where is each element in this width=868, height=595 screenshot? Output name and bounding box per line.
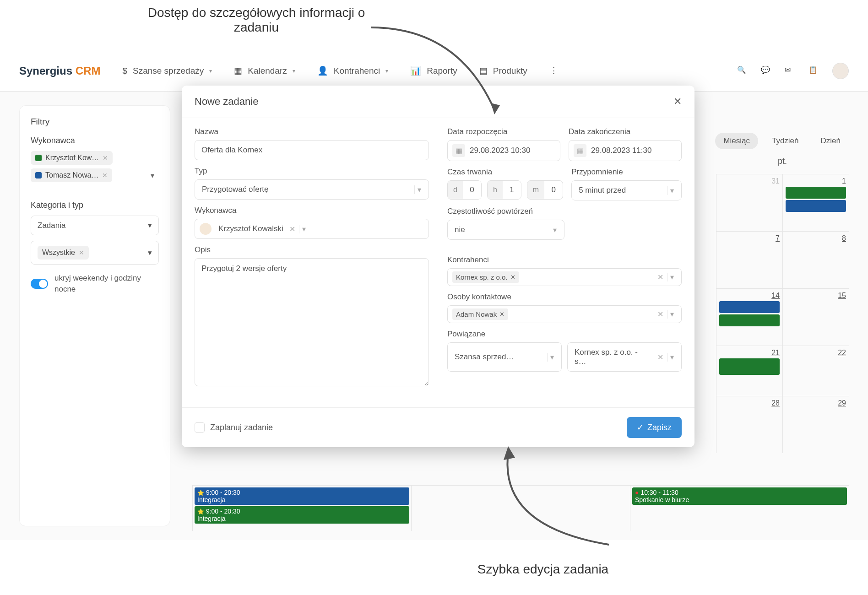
wykonawca-select[interactable]: Krzysztof Kowalski✕▾ — [195, 219, 429, 239]
grid-icon: ▤ — [479, 65, 488, 76]
event-card[interactable]: ● 10:30 - 11:30Spotkanie w biurze — [632, 487, 847, 505]
clipboard-icon[interactable]: 📋 — [808, 65, 819, 76]
przypomnienie-label: Przypomnienie — [571, 168, 682, 177]
powiazane-value-select[interactable]: Kornex sp. z o.o. - s…✕▾ — [567, 342, 682, 372]
typ-select[interactable]: Przygotować ofertę▾ — [195, 179, 429, 200]
event-bar[interactable] — [719, 358, 780, 375]
brand-logo: Synergius CRM — [19, 65, 100, 77]
remove-icon[interactable]: ✕ — [102, 172, 108, 179]
opis-textarea[interactable]: Przygotuj 2 wersje oferty — [195, 258, 429, 386]
cal-cell[interactable]: 28 — [716, 396, 782, 453]
clear-icon[interactable]: ✕ — [654, 273, 667, 281]
color-square-green — [35, 155, 42, 161]
cal-cell[interactable]: 14 — [716, 288, 782, 346]
typ-select[interactable]: Wszystkie✕▾ — [31, 241, 159, 265]
chevron-down-icon: ▾ — [667, 353, 677, 362]
event-bar[interactable] — [786, 200, 846, 212]
color-square-blue — [35, 172, 42, 178]
hide-weekends-toggle[interactable] — [31, 279, 48, 289]
more-icon: ⋮ — [549, 65, 558, 76]
kontrahenci-select[interactable]: Kornex sp. z o.o.✕✕▾ — [447, 268, 682, 286]
red-dot-icon: ● — [635, 489, 639, 496]
expand-wykonawca[interactable]: ▾ — [146, 169, 159, 182]
view-month[interactable]: Miesiąc — [715, 133, 758, 149]
czas-label: Czas trwania — [447, 168, 563, 177]
cal-wide-cell[interactable] — [411, 485, 630, 531]
chevron-down-icon: ▾ — [547, 353, 557, 362]
wykonawca-label: Wykonawca — [195, 206, 429, 215]
filters-sidebar: Filtry Wykonawca Krzysztof Kow…✕ Tomasz … — [19, 105, 170, 526]
event-card[interactable]: ⭐ 9:00 - 20:30Integracja — [195, 506, 409, 524]
event-bar[interactable] — [786, 187, 846, 199]
calendar-icon: ▦ — [234, 65, 242, 76]
duration-hours[interactable]: h1 — [487, 180, 521, 200]
zaplanuj-checkbox[interactable] — [195, 422, 205, 433]
chevron-down-icon: ▾ — [667, 273, 677, 281]
cal-cell[interactable]: 7 — [716, 231, 782, 288]
event-card[interactable]: ⭐ 9:00 - 20:30Integracja — [195, 487, 409, 505]
chevron-down-icon: ▾ — [209, 68, 212, 74]
data-start-input[interactable]: ▦29.08.2023 10:30 — [447, 140, 560, 161]
osoby-select[interactable]: Adam Nowak✕✕▾ — [447, 305, 682, 323]
cal-cell[interactable]: 22 — [782, 346, 849, 396]
cal-cell[interactable]: 1 — [782, 174, 849, 231]
clear-icon[interactable]: ✕ — [654, 310, 667, 319]
opis-label: Opis — [195, 245, 429, 254]
cal-cell[interactable]: 29 — [782, 396, 849, 453]
nazwa-input[interactable] — [195, 140, 429, 160]
nav-szanse[interactable]: $Szanse sprzedaży▾ — [122, 65, 212, 76]
remove-icon[interactable]: ✕ — [499, 311, 505, 318]
czestotliwosc-select[interactable]: nie▾ — [447, 220, 564, 240]
duration-days[interactable]: d0 — [447, 180, 482, 200]
chat-icon[interactable]: 💬 — [761, 65, 772, 76]
calendar-icon: ▦ — [574, 144, 586, 157]
view-week[interactable]: Tydzień — [764, 133, 807, 149]
nav-raporty[interactable]: 📊Raporty — [410, 65, 457, 76]
kategoria-select[interactable]: Zadania▾ — [31, 216, 159, 235]
cal-cell[interactable]: 15 — [782, 288, 849, 346]
cal-cell[interactable]: 31 — [716, 174, 782, 231]
data-end-input[interactable]: ▦29.08.2023 11:30 — [569, 140, 682, 161]
remove-icon[interactable]: ✕ — [510, 274, 515, 281]
cal-cell[interactable]: 8 — [782, 231, 849, 288]
chevron-down-icon: ▾ — [550, 226, 559, 234]
modal-title: Nowe zadanie — [195, 96, 258, 108]
osoby-label: Osoby kontaktowe — [447, 292, 682, 302]
dollar-icon: $ — [122, 66, 127, 76]
chevron-down-icon: ▾ — [148, 248, 152, 258]
nav-kontrahenci[interactable]: 👤Kontrahenci▾ — [317, 65, 388, 76]
view-day[interactable]: Dzień — [813, 133, 849, 149]
cal-wide-cell[interactable]: ⭐ 9:00 - 20:30Integracja ⭐ 9:00 - 20:30I… — [192, 485, 411, 531]
remove-icon[interactable]: ✕ — [79, 249, 84, 256]
event-bar[interactable] — [719, 301, 780, 313]
close-icon[interactable]: ✕ — [673, 96, 682, 108]
przypomnienie-select[interactable]: 5 minut przed▾ — [571, 180, 682, 200]
user-avatar[interactable] — [832, 63, 849, 79]
event-bar[interactable] — [719, 314, 780, 326]
nav-kalendarz[interactable]: ▦Kalendarz▾ — [234, 65, 295, 76]
person-icon: 👤 — [317, 65, 328, 76]
nav-produkty[interactable]: ▤Produkty — [479, 65, 527, 76]
search-icon[interactable]: 🔍 — [737, 65, 748, 76]
wykonawca-label: Wykonawca — [31, 136, 159, 146]
chevron-down-icon: ▾ — [667, 310, 677, 319]
powiazane-type-select[interactable]: Szansa sprzed…▾ — [447, 342, 562, 372]
clear-icon[interactable]: ✕ — [654, 353, 667, 362]
mail-icon[interactable]: ✉ — [785, 65, 796, 76]
duration-minutes[interactable]: m0 — [527, 180, 563, 200]
save-button[interactable]: ✓Zapisz — [627, 417, 682, 438]
wykonawca-chip-2[interactable]: Tomasz Nowa…✕ — [31, 168, 112, 182]
new-task-modal: Nowe zadanie ✕ Nazwa Typ Przygotować ofe… — [182, 86, 694, 447]
wykonawca-chip-1[interactable]: Krzysztof Kow…✕ — [31, 151, 113, 165]
kategoria-label: Kategoria i typ — [31, 200, 159, 210]
czestotliwosc-label: Częstotliwość powtórzeń — [447, 207, 682, 216]
data-end-label: Data zakończenia — [569, 127, 682, 136]
clear-icon[interactable]: ✕ — [286, 225, 299, 233]
remove-icon[interactable]: ✕ — [103, 154, 108, 162]
chevron-down-icon: ▾ — [293, 68, 295, 74]
chevron-down-icon: ▾ — [667, 186, 677, 195]
cal-cell[interactable]: 21 — [716, 346, 782, 396]
cal-wide-cell[interactable]: ● 10:30 - 11:30Spotkanie w biurze — [630, 485, 849, 531]
annotation-bottom: Szybka edycja zadania — [474, 562, 612, 577]
nav-more[interactable]: ⋮ — [549, 65, 558, 76]
